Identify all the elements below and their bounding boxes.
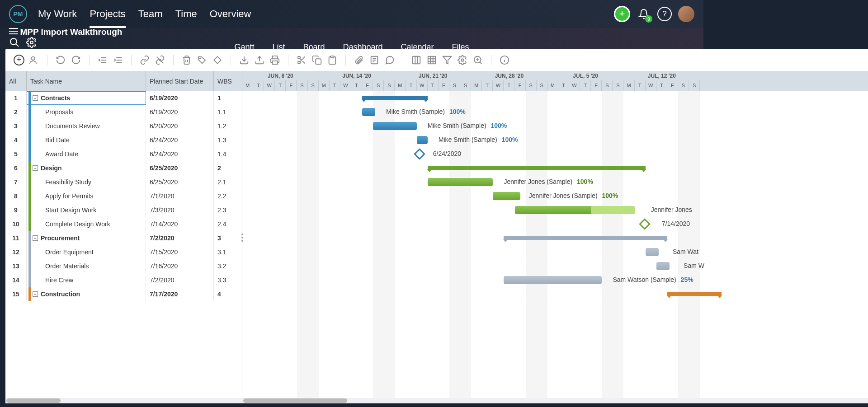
task-name-cell[interactable]: −Procurement [27,231,146,245]
redo-icon[interactable] [70,54,82,66]
gantt-row[interactable]: Mike Smith (Sample) 100% [242,119,703,133]
settings-gear-icon[interactable] [26,37,37,50]
gantt-bar[interactable] [428,166,646,170]
milestone-marker[interactable] [414,148,425,159]
notifications-bell-icon[interactable]: 9 [637,7,651,21]
milestone-icon[interactable] [212,54,223,66]
delete-icon[interactable] [181,54,193,66]
gantt-row[interactable] [242,287,703,301]
wbs-cell[interactable]: 2.3 [214,203,242,217]
task-name-cell[interactable]: Award Date [27,147,146,161]
wbs-cell[interactable]: 3.1 [214,245,242,259]
task-name-cell[interactable]: −Design [27,161,146,175]
task-row[interactable]: 8Apply for Permits7/1/20202.2 [5,189,242,203]
gantt-bar[interactable] [667,292,703,296]
gantt-row[interactable]: 6/24/2020 [242,147,703,161]
nav-overview[interactable]: Overview [210,0,251,28]
gantt-bar[interactable] [373,122,416,130]
task-name-cell[interactable]: Hire Crew [27,273,146,287]
task-name-cell[interactable]: −Construction [27,287,146,301]
planned-start-cell[interactable]: 7/3/2020 [146,203,214,217]
wbs-cell[interactable]: 1.2 [214,119,242,133]
filter-icon[interactable] [441,54,453,66]
gantt-row[interactable]: Jennifer Jones (Sample) 100% [242,189,703,203]
task-name-cell[interactable]: Order Equipment [27,245,146,259]
help-icon[interactable]: ? [657,7,672,21]
wbs-cell[interactable]: 4 [214,287,242,301]
task-row[interactable]: 15−Construction7/17/20204 [5,287,242,301]
planned-start-cell[interactable]: 7/1/2020 [146,189,214,203]
gantt-row[interactable]: 7/14/2020 [242,217,703,231]
gantt-bar[interactable] [656,262,670,270]
wbs-cell[interactable]: 3.2 [214,259,242,273]
export-icon[interactable] [254,54,265,66]
gantt-row[interactable] [242,91,703,105]
task-row[interactable]: 9Start Design Work7/3/20202.3 [5,203,242,217]
outdent-icon[interactable] [97,54,108,66]
task-name-cell[interactable]: Order Materials [27,259,146,273]
wbs-cell[interactable]: 1 [214,91,242,105]
planned-start-cell[interactable]: 6/19/2020 [146,105,214,119]
task-row[interactable]: 3Documents Review6/20/20201.2 [5,119,242,133]
tag-icon[interactable] [196,54,208,66]
copy-icon[interactable] [311,54,323,66]
task-name-cell[interactable]: Proposals [27,105,146,119]
paste-icon[interactable] [326,54,338,66]
task-row[interactable]: 5Award Date6/24/20201.4 [5,147,242,161]
header-planned-start[interactable]: Planned Start Date [146,71,214,91]
wbs-cell[interactable]: 1.1 [214,105,242,119]
task-name-cell[interactable]: Apply for Permits [27,189,146,203]
zoom-icon[interactable] [472,54,484,66]
planned-start-cell[interactable]: 6/20/2020 [146,119,214,133]
gantt-bar[interactable] [362,96,428,100]
gantt-bar[interactable] [591,206,634,214]
planned-start-cell[interactable]: 7/14/2020 [146,217,214,231]
gantt-row[interactable]: Sam Wat [242,245,703,259]
link-icon[interactable] [139,54,151,66]
task-row[interactable]: 10Complete Design Work7/14/20202.4 [5,217,242,231]
nav-projects[interactable]: Projects [90,0,125,28]
task-name-cell[interactable]: Feasibility Study [27,175,146,189]
wbs-cell[interactable]: 1.4 [214,147,242,161]
wbs-cell[interactable]: 3 [214,231,242,245]
task-row[interactable]: 14Hire Crew7/2/20203.3 [5,273,242,287]
task-name-cell[interactable]: Start Design Work [27,203,146,217]
gantt-row[interactable] [242,161,703,175]
header-all[interactable]: All [5,71,27,91]
header-wbs[interactable]: WBS [214,71,242,91]
gantt-row[interactable]: Jennifer Jones [242,203,703,217]
header-task-name[interactable]: Task Name [27,71,146,91]
wbs-cell[interactable]: 2.1 [214,175,242,189]
gantt-bar[interactable] [504,236,667,240]
planned-start-cell[interactable]: 6/19/2020 [146,91,214,105]
task-row[interactable]: 4Bid Date6/24/20201.3 [5,133,242,147]
task-name-cell[interactable]: −Contracts [27,91,146,105]
gantt-bar[interactable] [428,178,493,186]
unlink-icon[interactable] [154,54,166,66]
collapse-icon[interactable]: − [33,235,38,241]
wbs-cell[interactable]: 2.2 [214,189,242,203]
edge-handle[interactable] [0,204,0,219]
gantt-bar[interactable] [417,136,428,144]
add-button[interactable]: + [614,6,630,22]
cut-icon[interactable] [296,54,307,66]
milestone-marker[interactable] [639,218,651,229]
task-row[interactable]: 13Order Materials7/16/20203.2 [5,259,242,273]
comments-icon[interactable] [384,54,396,66]
info-icon[interactable] [499,54,510,66]
planned-start-cell[interactable]: 7/2/2020 [146,273,214,287]
print-icon[interactable] [269,54,281,66]
task-row[interactable]: 11−Procurement7/2/20203 [5,231,242,245]
task-row[interactable]: 2Proposals6/19/20201.1 [5,105,242,119]
planned-start-cell[interactable]: 7/15/2020 [146,245,214,259]
gantt-bar[interactable] [646,248,659,256]
import-icon[interactable] [238,54,250,66]
splitter-handle[interactable] [239,231,245,244]
add-task-button[interactable]: + [14,55,24,65]
gantt-row[interactable]: Mike Smith (Sample) 100% [242,133,703,147]
nav-team[interactable]: Team [138,0,163,28]
indent-icon[interactable] [112,54,124,66]
task-row[interactable]: 12Order Equipment7/15/20203.1 [5,245,242,259]
planned-start-cell[interactable]: 6/25/2020 [146,161,214,175]
task-row[interactable]: 1−Contracts6/19/20201 [5,91,242,105]
